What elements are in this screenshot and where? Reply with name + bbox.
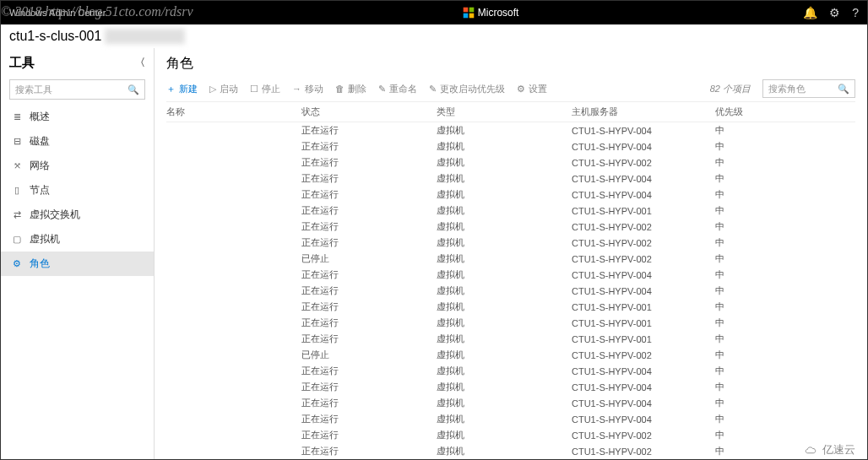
cell-type: 虚拟机 bbox=[437, 124, 572, 137]
cell-status: 正在运行 bbox=[301, 333, 437, 345]
cell-status: 正在运行 bbox=[301, 381, 437, 393]
table-row[interactable]: 正在运行虚拟机CTU1-S-HYPV-002中 bbox=[166, 443, 855, 459]
table-row[interactable]: 正在运行虚拟机CTU1-S-HYPV-004中 bbox=[166, 395, 855, 411]
cell-type: 虚拟机 bbox=[437, 381, 572, 393]
cell-host: CTU1-S-HYPV-001 bbox=[572, 302, 715, 312]
nav-icon: ⚙ bbox=[11, 258, 23, 269]
cell-priority: 中 bbox=[715, 236, 766, 249]
cluster-suffix-redacted bbox=[105, 29, 185, 44]
table-row[interactable]: 正在运行虚拟机CTU1-S-HYPV-002中 bbox=[166, 219, 855, 235]
toolbar: ＋新建 ▷启动 ☐停止 →移动 🗑删除 ✎重命名 ✎更改启动优先级 ⚙设置 82… bbox=[166, 79, 855, 102]
cell-host: CTU1-S-HYPV-001 bbox=[572, 206, 715, 216]
table-row[interactable]: 正在运行虚拟机CTU1-S-HYPV-002中 bbox=[166, 235, 855, 251]
sidebar-item[interactable]: ≣概述 bbox=[1, 105, 154, 129]
cell-priority: 中 bbox=[715, 156, 766, 169]
move-button[interactable]: →移动 bbox=[292, 83, 323, 95]
cell-host: CTU1-S-HYPV-004 bbox=[572, 126, 715, 136]
settings-icon[interactable]: ⚙ bbox=[829, 6, 840, 19]
brand-text: Microsoft bbox=[478, 7, 519, 19]
cell-host: CTU1-S-HYPV-004 bbox=[572, 382, 715, 392]
cell-priority: 中 bbox=[715, 365, 766, 377]
cell-status: 正在运行 bbox=[301, 268, 437, 281]
cell-type: 虚拟机 bbox=[437, 172, 572, 185]
cell-type: 虚拟机 bbox=[437, 317, 572, 329]
sidebar-item[interactable]: ⚙角色 bbox=[1, 252, 154, 276]
cell-host: CTU1-S-HYPV-004 bbox=[572, 190, 715, 200]
settings-button[interactable]: ⚙设置 bbox=[517, 83, 547, 95]
rename-button[interactable]: ✎重命名 bbox=[378, 83, 417, 95]
table-row[interactable]: 正在运行虚拟机CTU1-S-HYPV-002中 bbox=[166, 154, 855, 170]
sidebar-item[interactable]: ⤧网络 bbox=[1, 154, 154, 178]
cell-priority: 中 bbox=[715, 172, 766, 185]
col-name-header[interactable]: 名称 bbox=[166, 106, 301, 118]
sidebar-item[interactable]: ⇄虚拟交换机 bbox=[1, 203, 154, 227]
cell-type: 虚拟机 bbox=[437, 140, 572, 153]
item-count: 82 个项目 bbox=[710, 83, 751, 95]
table-row[interactable]: 正在运行虚拟机CTU1-S-HYPV-001中 bbox=[166, 299, 855, 315]
sidebar-item-label: 磁盘 bbox=[30, 134, 50, 149]
sidebar-title: 工具 bbox=[9, 55, 35, 71]
col-type-header[interactable]: 类型 bbox=[437, 106, 572, 118]
content-search-input[interactable]: 搜索角色 🔍 bbox=[762, 79, 855, 98]
table-row[interactable]: 正在运行虚拟机CTU1-S-HYPV-004中 bbox=[166, 122, 855, 138]
new-button[interactable]: ＋新建 bbox=[166, 83, 198, 95]
table-row[interactable]: 正在运行虚拟机CTU1-S-HYPV-004中 bbox=[166, 170, 855, 187]
cell-priority: 中 bbox=[715, 349, 766, 361]
stop-button[interactable]: ☐停止 bbox=[250, 83, 280, 95]
table-row[interactable]: 正在运行虚拟机CTU1-S-HYPV-004中 bbox=[166, 379, 855, 395]
microsoft-logo-icon bbox=[463, 7, 475, 19]
table-row[interactable]: 正在运行虚拟机CTU1-S-HYPV-004中 bbox=[166, 363, 855, 379]
table-body[interactable]: 正在运行虚拟机CTU1-S-HYPV-004中正在运行虚拟机CTU1-S-HYP… bbox=[166, 122, 855, 459]
cell-status: 正在运行 bbox=[301, 220, 437, 233]
table-row[interactable]: 已停止虚拟机CTU1-S-HYPV-002中 bbox=[166, 251, 855, 267]
cell-type: 虚拟机 bbox=[437, 349, 572, 361]
help-icon[interactable]: ? bbox=[852, 6, 859, 19]
cell-priority: 中 bbox=[715, 268, 766, 281]
cell-priority: 中 bbox=[715, 204, 766, 217]
cell-type: 虚拟机 bbox=[437, 268, 572, 281]
cell-status: 正在运行 bbox=[301, 204, 437, 217]
table-row[interactable]: 正在运行虚拟机CTU1-S-HYPV-001中 bbox=[166, 203, 855, 219]
cluster-bar: ctu1-s-clus-001 bbox=[1, 24, 867, 48]
table-row[interactable]: 正在运行虚拟机CTU1-S-HYPV-004中 bbox=[166, 187, 855, 203]
cell-status: 正在运行 bbox=[301, 397, 437, 409]
cell-type: 虚拟机 bbox=[437, 204, 572, 217]
sidebar-item[interactable]: ▢虚拟机 bbox=[1, 227, 154, 252]
col-priority-header[interactable]: 优先级 bbox=[715, 106, 766, 118]
cell-type: 虚拟机 bbox=[437, 445, 572, 457]
sidebar-item[interactable]: ▯节点 bbox=[1, 178, 154, 203]
notifications-icon[interactable]: 🔔 bbox=[803, 6, 817, 19]
change-priority-button[interactable]: ✎更改启动优先级 bbox=[429, 83, 505, 95]
cell-host: CTU1-S-HYPV-004 bbox=[572, 398, 715, 409]
cell-type: 虚拟机 bbox=[437, 413, 572, 425]
table-row[interactable]: 正在运行虚拟机CTU1-S-HYPV-001中 bbox=[166, 331, 855, 347]
table-row[interactable]: 正在运行虚拟机CTU1-S-HYPV-001中 bbox=[166, 315, 855, 331]
cell-status: 正在运行 bbox=[301, 445, 437, 457]
table-row[interactable]: 正在运行虚拟机CTU1-S-HYPV-004中 bbox=[166, 411, 855, 427]
cell-type: 虚拟机 bbox=[437, 188, 572, 201]
cell-status: 正在运行 bbox=[301, 317, 437, 329]
cell-priority: 中 bbox=[715, 397, 766, 409]
priority-icon: ✎ bbox=[429, 84, 437, 95]
sidebar-item-label: 虚拟机 bbox=[30, 232, 60, 246]
cell-priority: 中 bbox=[715, 333, 766, 345]
gear-icon: ⚙ bbox=[517, 84, 525, 95]
table-row[interactable]: 正在运行虚拟机CTU1-S-HYPV-004中 bbox=[166, 283, 855, 299]
col-status-header[interactable]: 状态 bbox=[301, 106, 437, 118]
svg-rect-1 bbox=[469, 8, 474, 13]
table-row[interactable]: 已停止虚拟机CTU1-S-HYPV-002中 bbox=[166, 347, 855, 363]
table-row[interactable]: 正在运行虚拟机CTU1-S-HYPV-004中 bbox=[166, 138, 855, 154]
cell-type: 虚拟机 bbox=[437, 300, 572, 313]
start-button[interactable]: ▷启动 bbox=[209, 83, 238, 95]
svg-rect-0 bbox=[463, 8, 468, 13]
cell-status: 正在运行 bbox=[301, 172, 437, 185]
sidebar-item[interactable]: ⊟磁盘 bbox=[1, 129, 154, 154]
collapse-sidebar-icon[interactable]: 〈 bbox=[135, 56, 145, 70]
col-host-header[interactable]: 主机服务器 bbox=[572, 106, 715, 118]
remove-button[interactable]: 🗑删除 bbox=[335, 83, 366, 95]
sidebar-item-label: 虚拟交换机 bbox=[30, 208, 80, 222]
table-row[interactable]: 正在运行虚拟机CTU1-S-HYPV-002中 bbox=[166, 427, 855, 443]
sidebar-search-input[interactable]: 搜索工具 🔍 bbox=[9, 79, 145, 100]
cell-host: CTU1-S-HYPV-004 bbox=[572, 142, 715, 152]
table-row[interactable]: 正在运行虚拟机CTU1-S-HYPV-004中 bbox=[166, 267, 855, 283]
